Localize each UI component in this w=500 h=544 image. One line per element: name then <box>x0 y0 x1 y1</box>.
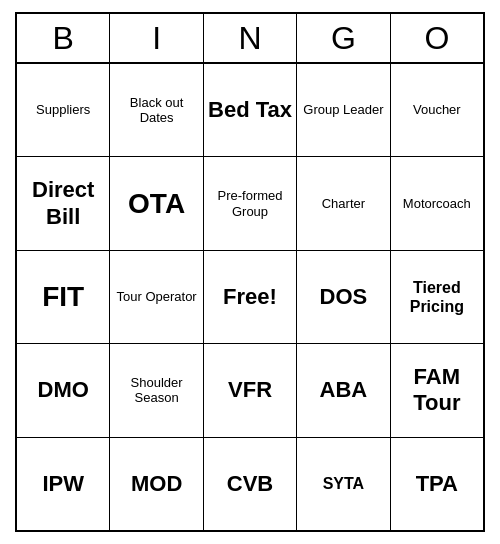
bingo-cell: Pre-formed Group <box>204 157 297 249</box>
bingo-cell: FAM Tour <box>391 344 483 436</box>
bingo-cell: MOD <box>110 438 203 530</box>
bingo-cell: FIT <box>17 251 110 343</box>
bingo-cell: VFR <box>204 344 297 436</box>
bingo-cell: Suppliers <box>17 64 110 156</box>
header-letter: O <box>391 14 483 62</box>
bingo-cell: Black out Dates <box>110 64 203 156</box>
bingo-cell: OTA <box>110 157 203 249</box>
bingo-cell: Group Leader <box>297 64 390 156</box>
bingo-cell: Direct Bill <box>17 157 110 249</box>
bingo-cell: Tour Operator <box>110 251 203 343</box>
bingo-cell: Shoulder Season <box>110 344 203 436</box>
header-letter: I <box>110 14 203 62</box>
bingo-cell: Bed Tax <box>204 64 297 156</box>
bingo-cell: IPW <box>17 438 110 530</box>
bingo-cell: DOS <box>297 251 390 343</box>
bingo-row: DMOShoulder SeasonVFRABAFAM Tour <box>17 344 483 437</box>
bingo-cell: DMO <box>17 344 110 436</box>
bingo-cell: Motorcoach <box>391 157 483 249</box>
bingo-header: BINGO <box>17 14 483 64</box>
header-letter: G <box>297 14 390 62</box>
bingo-cell: Charter <box>297 157 390 249</box>
bingo-cell: Tiered Pricing <box>391 251 483 343</box>
bingo-cell: TPA <box>391 438 483 530</box>
bingo-row: FITTour OperatorFree!DOSTiered Pricing <box>17 251 483 344</box>
bingo-row: IPWMODCVBSYTATPA <box>17 438 483 530</box>
bingo-row: SuppliersBlack out DatesBed TaxGroup Lea… <box>17 64 483 157</box>
bingo-grid: SuppliersBlack out DatesBed TaxGroup Lea… <box>17 64 483 530</box>
bingo-cell: ABA <box>297 344 390 436</box>
bingo-cell: Voucher <box>391 64 483 156</box>
bingo-row: Direct BillOTAPre-formed GroupCharterMot… <box>17 157 483 250</box>
bingo-cell: Free! <box>204 251 297 343</box>
header-letter: N <box>204 14 297 62</box>
bingo-cell: SYTA <box>297 438 390 530</box>
bingo-cell: CVB <box>204 438 297 530</box>
bingo-card: BINGO SuppliersBlack out DatesBed TaxGro… <box>15 12 485 532</box>
header-letter: B <box>17 14 110 62</box>
